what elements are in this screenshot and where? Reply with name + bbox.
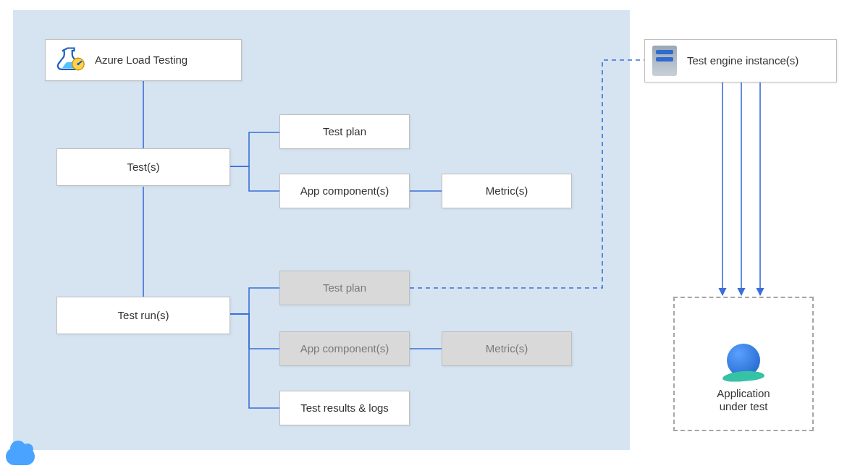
label-tests: Test(s) — [127, 161, 160, 174]
globe-icon — [727, 344, 760, 377]
label-azure-load-testing: Azure Load Testing — [95, 54, 187, 67]
label-test-runs: Test run(s) — [118, 309, 169, 323]
label-app-components-b: App component(s) — [300, 342, 389, 356]
node-tests: Test(s) — [56, 148, 230, 186]
azure-load-testing-icon — [54, 44, 86, 76]
node-test-plan-b: Test plan — [279, 271, 410, 305]
node-test-engine: Test engine instance(s) — [644, 39, 837, 82]
node-test-plan-a: Test plan — [279, 114, 410, 149]
node-azure-load-testing: Azure Load Testing — [45, 39, 242, 81]
svg-point-1 — [77, 63, 79, 65]
label-test-plan-b: Test plan — [323, 281, 366, 295]
node-test-results: Test results & logs — [279, 391, 410, 425]
label-metrics-b: Metric(s) — [486, 342, 528, 356]
node-app-under-test: Application under test — [673, 297, 814, 431]
label-test-results: Test results & logs — [300, 402, 389, 415]
server-icon — [652, 46, 677, 76]
node-app-components-a: App component(s) — [279, 174, 410, 208]
node-test-runs: Test run(s) — [56, 297, 230, 334]
label-metrics-a: Metric(s) — [486, 184, 528, 198]
label-test-engine: Test engine instance(s) — [687, 54, 799, 68]
label-app-under-test: Application under test — [717, 387, 770, 415]
label-app-components-a: App component(s) — [300, 184, 389, 198]
node-app-components-b: App component(s) — [279, 331, 410, 366]
node-metrics-b: Metric(s) — [442, 331, 572, 366]
diagram-stage: Azure Load Testing Test(s) Test run(s) T… — [0, 0, 868, 471]
node-metrics-a: Metric(s) — [442, 174, 572, 208]
cloud-icon — [6, 448, 35, 465]
label-test-plan-a: Test plan — [323, 125, 366, 139]
